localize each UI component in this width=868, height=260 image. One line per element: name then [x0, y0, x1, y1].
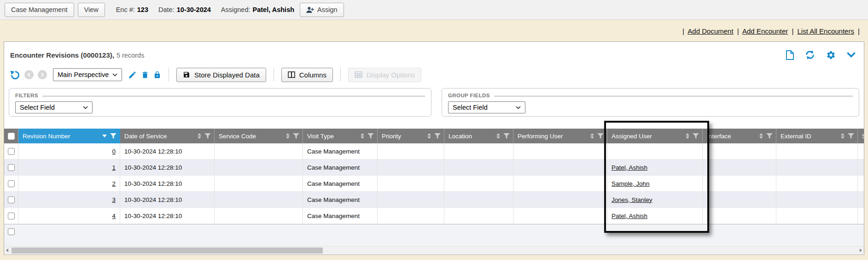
cell-interface	[703, 160, 776, 175]
column-header-service-code[interactable]: Service Code	[215, 129, 303, 143]
row-checkbox[interactable]	[8, 148, 15, 155]
view-button[interactable]: View	[78, 3, 105, 17]
perspective-selected-value: Main Perspective	[58, 71, 109, 78]
links-separator: |	[792, 27, 793, 35]
column-header-label: Interface	[707, 133, 756, 140]
column-header-performing-user[interactable]: Performing User	[513, 129, 607, 143]
revisions-grid: Revision Number Date of Service Service …	[4, 129, 864, 254]
group-fields-box: GROUP FIELDS Select Field	[442, 88, 859, 117]
new-row-checkbox[interactable]	[8, 228, 15, 235]
sort-icon[interactable]	[427, 133, 431, 139]
sort-descending-icon[interactable]	[102, 135, 107, 137]
assign-button[interactable]: Assign	[300, 3, 344, 17]
column-header-cutoff[interactable]: S	[858, 129, 864, 143]
row-checkbox[interactable]	[8, 213, 15, 219]
group-fields-select[interactable]: Select Field	[448, 101, 525, 113]
column-header-visit-type[interactable]: Visit Type	[303, 129, 378, 143]
column-header-location[interactable]: Location	[444, 129, 513, 143]
cell-visit-type: Case Management	[303, 160, 378, 175]
filter-funnel-icon[interactable]	[434, 133, 441, 139]
cell-priority	[378, 192, 444, 207]
cell-location	[444, 143, 513, 159]
row-checkbox[interactable]	[8, 180, 15, 187]
assigned-value: Patel, Ashish	[253, 6, 295, 13]
date-label: Date:	[158, 6, 175, 13]
revision-number-link[interactable]: 3	[112, 196, 116, 203]
assigned-user-link[interactable]: Patel, Ashish	[612, 164, 647, 171]
scroll-right-arrow[interactable]	[860, 248, 862, 252]
revision-number-link[interactable]: 4	[112, 213, 116, 219]
list-all-encounters-link[interactable]: List All Encounters	[798, 27, 854, 35]
next-perspective-button[interactable]	[38, 70, 47, 79]
add-document-link[interactable]: Add Document	[687, 27, 733, 35]
column-header-label: Location	[449, 133, 493, 140]
revision-number-link[interactable]: 1	[112, 164, 116, 171]
column-header-priority[interactable]: Priority	[378, 129, 444, 143]
assigned-user-link[interactable]: Sample, John	[612, 180, 650, 187]
sort-icon[interactable]	[841, 133, 845, 139]
column-header-label: Priority	[382, 133, 424, 140]
filters-field-select[interactable]: Select Field	[15, 101, 93, 113]
revision-number-link[interactable]: 0	[112, 148, 116, 155]
row-checkbox[interactable]	[8, 196, 15, 203]
filter-funnel-icon[interactable]	[693, 133, 699, 139]
add-encounter-link[interactable]: Add Encounter	[742, 27, 788, 35]
filter-funnel-icon[interactable]	[848, 133, 854, 139]
sort-icon[interactable]	[759, 133, 763, 139]
row-checkbox[interactable]	[8, 164, 15, 171]
new-document-icon[interactable]	[786, 50, 794, 60]
gear-icon[interactable]	[826, 50, 836, 60]
sort-icon[interactable]	[286, 133, 290, 139]
filter-funnel-icon[interactable]	[293, 133, 299, 139]
refresh-icon[interactable]	[805, 50, 815, 60]
cell-service-code	[215, 143, 303, 159]
cell-priority	[378, 208, 444, 224]
filters-divider-line	[42, 96, 425, 96]
lock-perspective-icon[interactable]	[153, 71, 161, 79]
sort-icon[interactable]	[496, 133, 500, 139]
column-header-assigned-user[interactable]: Assigned User	[607, 129, 703, 143]
undo-icon[interactable]	[10, 70, 20, 80]
cell-service-code	[215, 208, 303, 224]
column-header-external-id[interactable]: External ID	[776, 129, 858, 143]
cell-location	[444, 160, 513, 175]
filter-funnel-icon[interactable]	[597, 133, 604, 139]
delete-perspective-icon[interactable]	[141, 71, 149, 79]
collapse-chevron-icon[interactable]	[847, 52, 856, 58]
chevron-down-icon	[112, 73, 117, 77]
horizontal-scrollbar[interactable]	[4, 246, 864, 254]
cell-external-id	[776, 192, 858, 207]
sort-icon[interactable]	[361, 133, 364, 139]
edit-perspective-icon[interactable]	[128, 71, 137, 79]
column-header-date-of-service[interactable]: Date of Service	[120, 129, 215, 143]
filter-funnel-icon[interactable]	[110, 133, 117, 139]
sort-icon[interactable]	[590, 133, 594, 139]
revision-number-link[interactable]: 2	[112, 180, 116, 187]
column-header-interface[interactable]: Interface	[703, 129, 776, 143]
top-toolbar: Case Management View Enc #: 123 Date: 10…	[0, 0, 868, 20]
group-fields-select-value: Select Field	[453, 104, 488, 111]
sort-icon[interactable]	[686, 133, 689, 139]
cell-date-of-service: 10-30-2024 12:28:10	[120, 143, 215, 159]
filters-select-value: Select Field	[20, 104, 55, 111]
cell-external-id	[776, 176, 858, 191]
perspective-select[interactable]: Main Perspective	[53, 68, 122, 81]
filter-funnel-icon[interactable]	[367, 133, 374, 139]
sort-icon[interactable]	[198, 133, 201, 139]
display-options-label: Display Options	[367, 71, 415, 79]
select-all-checkbox[interactable]	[8, 133, 15, 140]
scrollbar-thumb[interactable]	[12, 248, 323, 254]
store-displayed-data-button[interactable]: Store Displayed Data	[176, 68, 266, 82]
column-header-revision-number[interactable]: Revision Number	[18, 129, 120, 143]
filter-funnel-icon[interactable]	[204, 133, 211, 139]
table-row: 2 10-30-2024 12:28:10 Case Management Sa…	[4, 176, 864, 192]
case-management-button[interactable]: Case Management	[5, 3, 74, 17]
previous-perspective-button[interactable]	[24, 70, 34, 79]
columns-button[interactable]: Columns	[281, 68, 333, 82]
cell-performing-user	[513, 176, 607, 191]
scroll-left-arrow[interactable]	[6, 248, 8, 252]
assigned-user-link[interactable]: Jones, Stanley	[612, 196, 652, 203]
filter-funnel-icon[interactable]	[503, 133, 510, 139]
assigned-user-link[interactable]: Patel, Ashish	[612, 213, 647, 219]
filter-funnel-icon[interactable]	[766, 133, 773, 139]
